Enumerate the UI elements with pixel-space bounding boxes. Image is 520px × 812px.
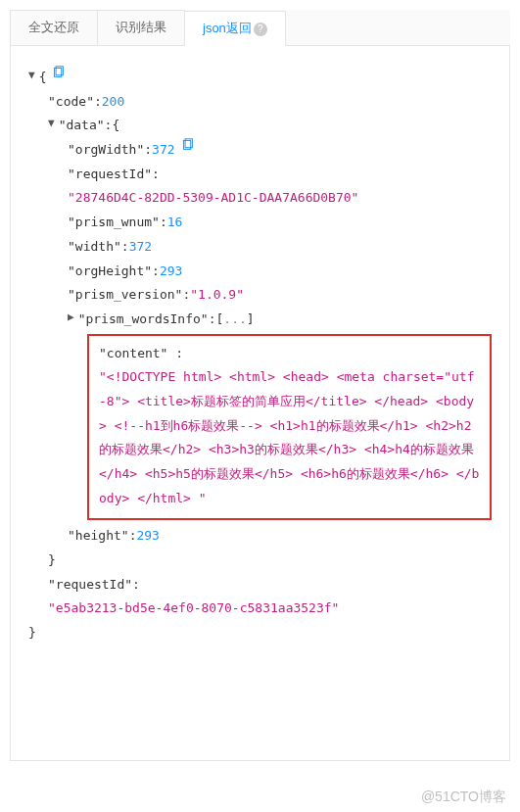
brace-open: { — [39, 66, 47, 90]
key-width: "width" — [68, 235, 121, 260]
tab-fulltext[interactable]: 全文还原 — [10, 10, 98, 45]
brace-close-root: } — [28, 621, 36, 645]
key-prismversion: "prism_version" — [68, 283, 182, 308]
key-wordsinfo: "prism_wordsInfo" — [78, 308, 209, 332]
tab-json[interactable]: json返回? — [184, 11, 286, 46]
json-viewer: ▼ { "code" : 200 ▼ "data" : { "orgWidth"… — [10, 46, 510, 761]
brace-close-data: } — [48, 549, 56, 573]
tab-json-label: json返回 — [203, 21, 252, 35]
key-data: "data" — [59, 114, 105, 138]
highlighted-content: "content" : "<!DOCTYPE html> <html> <hea… — [87, 334, 492, 521]
val-code: 200 — [102, 90, 124, 115]
key-code: "code" — [48, 90, 94, 115]
help-icon[interactable]: ? — [254, 23, 267, 36]
key-prismwnum: "prism_wnum" — [68, 211, 160, 235]
val-prismversion: "1.0.9" — [190, 283, 244, 308]
ellipsis[interactable]: ... — [223, 308, 246, 332]
val-height: 293 — [136, 524, 159, 549]
copy-icon[interactable] — [181, 138, 194, 151]
val-orgheight: 293 — [160, 260, 182, 284]
key-height: "height" — [68, 524, 129, 549]
val-requestid: "28746D4C-82DD-5309-AD1C-DAA7A66D0B70" — [68, 186, 358, 211]
key-requestid: "requestId" — [68, 163, 152, 187]
copy-icon[interactable] — [52, 66, 65, 78]
val-prismwnum: 16 — [167, 211, 183, 235]
toggle-wordsinfo[interactable]: ▶ — [68, 308, 74, 328]
watermark: @51CTO博客 — [421, 788, 506, 806]
val-width: 372 — [129, 235, 152, 260]
val-requestid2: "e5ab3213-bd5e-4ef0-8070-c5831aa3523f" — [48, 597, 339, 621]
key-content: "content" — [99, 346, 167, 360]
val-content: "<!DOCTYPE html> <html> <head> <meta cha… — [99, 365, 480, 510]
tab-bar: 全文还原 识别结果 json返回? — [10, 10, 510, 46]
key-requestid2: "requestId" — [48, 573, 132, 597]
toggle-data[interactable]: ▼ — [48, 114, 55, 134]
tab-recognition[interactable]: 识别结果 — [97, 10, 185, 45]
key-orgwidth: "orgWidth" — [68, 138, 144, 163]
val-orgwidth: 372 — [152, 138, 174, 163]
toggle-root[interactable]: ▼ — [28, 66, 35, 86]
key-orgheight: "orgHeight" — [68, 260, 152, 284]
